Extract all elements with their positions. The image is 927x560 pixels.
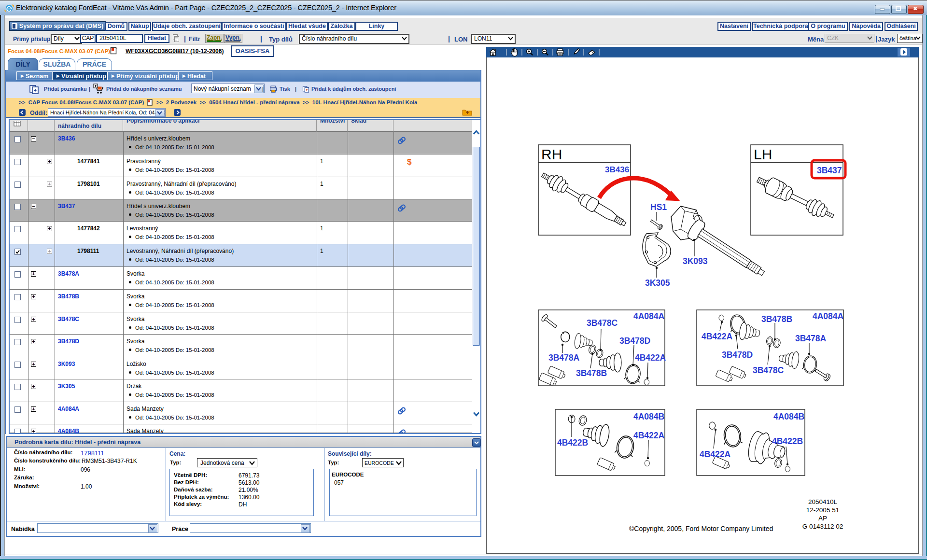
svg-text:3B478D: 3B478D [722,350,753,360]
svg-text:4B422A: 4B422A [702,332,733,341]
svg-text:2050410L: 2050410L [808,498,838,505]
svg-text:3B478B: 3B478B [576,368,607,378]
svg-text:4B422A: 4B422A [633,431,665,440]
svg-text:4B422A: 4B422A [700,449,731,459]
svg-text:3K305: 3K305 [645,278,670,288]
svg-text:4B422A: 4B422A [635,353,666,363]
svg-text:12-2005 51: 12-2005 51 [806,506,839,514]
svg-text:3B478A: 3B478A [795,334,827,343]
svg-text:3B478C: 3B478C [753,365,784,375]
svg-text:3K093: 3K093 [683,256,708,266]
svg-text:3B478C: 3B478C [587,318,618,328]
svg-text:3B478D: 3B478D [619,336,650,346]
svg-text:3B436: 3B436 [605,165,629,174]
svg-text:3B437: 3B437 [817,166,842,175]
svg-text:AP: AP [818,515,827,522]
svg-text:4B422B: 4B422B [557,438,588,448]
svg-text:4A084B: 4A084B [773,412,804,421]
svg-text:G 0143112 02: G 0143112 02 [802,523,843,530]
svg-text:LH: LH [754,146,772,162]
svg-text:3B478B: 3B478B [761,314,792,324]
svg-text:©Copyright, 2005, Ford Motor C: ©Copyright, 2005, Ford Motor Company Lim… [629,525,773,532]
svg-text:4A084A: 4A084A [633,311,665,321]
svg-text:RH: RH [541,146,562,162]
svg-text:HS1: HS1 [650,202,667,212]
svg-text:4B422B: 4B422B [772,436,803,446]
svg-text:3B478A: 3B478A [548,353,580,363]
svg-text:4A084B: 4A084B [633,412,664,421]
svg-text:4A084A: 4A084A [813,311,844,321]
